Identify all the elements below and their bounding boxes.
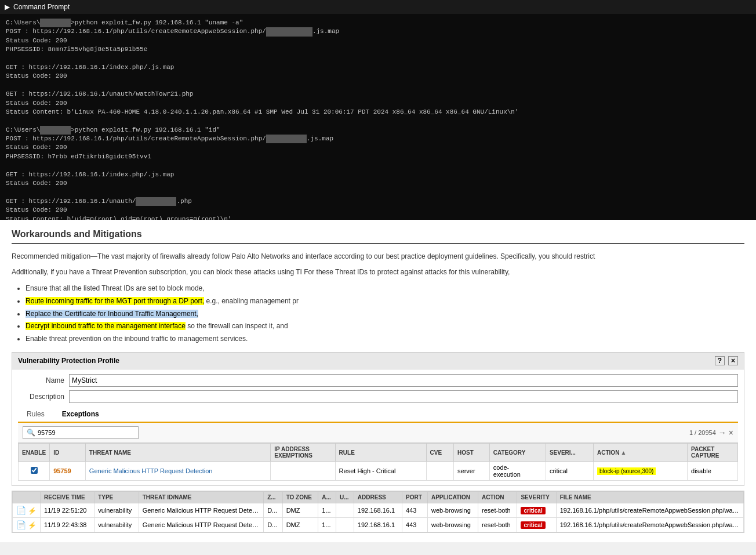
log-z-2: D... <box>264 518 282 532</box>
search-input-wrap[interactable]: 🔍 <box>23 426 139 439</box>
help-icon[interactable]: ? <box>715 356 725 365</box>
name-input[interactable] <box>69 374 738 387</box>
terminal-line-8: Status Code: 200 <box>6 99 750 108</box>
terminal-window: C:\Users\ >python exploit_fw.py 192.168.… <box>0 14 756 220</box>
logs-col-address: ADDRESS <box>354 492 402 503</box>
col-enable: ENABLE <box>19 444 50 462</box>
workarounds-para1: Recommended mitigation—The vast majority… <box>12 251 744 262</box>
vpp-panel: Vulnerability Protection Profile ? × Nam… <box>12 352 744 486</box>
workarounds-title: Workarounds and Mitigations <box>12 229 744 244</box>
log-view-icon-2[interactable]: 📄 <box>16 520 26 529</box>
col-rule: RULE <box>335 444 426 462</box>
logs-col-action: ACTION <box>478 492 517 503</box>
workarounds-bullets: Ensure that all the listed Threat IDs ar… <box>12 282 744 345</box>
log-view-icon-1[interactable]: 📄 <box>16 506 26 515</box>
description-input[interactable] <box>69 390 738 403</box>
terminal-line-2: POST : https://192.168.16.1/php/utils/cr… <box>6 27 750 36</box>
tab-exceptions[interactable]: Exceptions <box>53 407 108 423</box>
logs-col-type: TYPE <box>94 492 139 503</box>
log-severity-2: critical <box>517 518 556 532</box>
log-tozone-1: DMZ <box>282 503 318 518</box>
id-cell: 95759 <box>50 462 86 481</box>
log-detail-icon-2[interactable]: ⚡ <box>28 521 37 529</box>
category-cell: code-execution <box>489 462 546 481</box>
search-nav: 1 / 20954 → × <box>689 428 733 437</box>
search-forward-icon[interactable]: → <box>718 428 726 437</box>
log-icons-1: 📄 ⚡ <box>13 503 41 518</box>
vpp-tabs: Rules Exceptions <box>18 407 738 423</box>
log-time-2: 11/19 22:43:38 <box>41 518 94 532</box>
col-host: HOST <box>454 444 490 462</box>
logs-col-port: PORT <box>402 492 428 503</box>
log-filename-1: 192.168.16.1/php/utils/createRemoteAppwe… <box>556 503 743 518</box>
terminal-line-15: Status Code: 200 <box>6 179 750 188</box>
log-type-2: vulnerability <box>94 518 139 532</box>
search-input[interactable] <box>38 429 135 436</box>
log-threat-2: Generic Malicious HTTP Request Detection <box>139 518 263 532</box>
host-cell: server <box>454 462 490 481</box>
bullet-1: Ensure that all the listed Threat IDs ar… <box>26 282 744 295</box>
bullet-3: Replace the Certificate for Inbound Traf… <box>26 308 744 321</box>
log-icons-2: 📄 ⚡ <box>13 518 41 532</box>
cve-cell <box>426 462 454 481</box>
log-row-2[interactable]: 📄 ⚡ 11/19 22:43:38 vulnerability Generic… <box>13 518 744 532</box>
terminal-line-1: C:\Users\ >python exploit_fw.py 192.168.… <box>6 19 750 27</box>
log-action-1: reset-both <box>478 503 517 518</box>
logs-col-severity: SEVERITY <box>517 492 556 503</box>
log-tozone-2: DMZ <box>282 518 318 532</box>
description-field-row: Description <box>18 390 738 403</box>
enable-checkbox[interactable] <box>31 467 38 474</box>
terminal-line-3: Status Code: 200 <box>6 37 750 45</box>
rule-cell: Reset High - Critical <box>335 462 426 481</box>
col-severity: SEVERI... <box>546 444 593 462</box>
logs-panel: RECEIVE TIME TYPE THREAT ID/NAME Z... TO… <box>12 491 744 533</box>
col-cve: CVE <box>426 444 454 462</box>
name-label: Name <box>18 376 64 384</box>
terminal-line-5: GET : https://192.168.16.1/index.php/.js… <box>6 63 750 72</box>
bullet-4: Decrypt inbound traffic to the managemen… <box>26 320 744 333</box>
terminal-line-11: POST : https://192.168.16.1/php/utils/cr… <box>6 135 750 143</box>
critical-badge-1: critical <box>521 507 545 514</box>
log-row-1[interactable]: 📄 ⚡ 11/19 22:51:20 vulnerability Generic… <box>13 503 744 518</box>
col-category: CATEGORY <box>489 444 546 462</box>
log-application-2: web-browsing <box>427 518 478 532</box>
col-threat-name: THREAT NAME <box>85 444 270 462</box>
critical-badge-2: critical <box>521 521 545 529</box>
logs-col-icons <box>13 492 41 503</box>
bullet-5: Enable threat prevention on the inbound … <box>26 333 744 346</box>
terminal-line-6: Status Code: 200 <box>6 72 750 81</box>
terminal-line-12: Status Code: 200 <box>6 143 750 152</box>
workarounds-section: Workarounds and Mitigations Recommended … <box>12 229 744 345</box>
threat-name-cell[interactable]: Generic Malicious HTTP Request Detection <box>85 462 270 481</box>
col-action[interactable]: ACTION ▲ <box>594 444 688 462</box>
close-icon[interactable]: × <box>728 356 738 365</box>
logs-col-tozone: TO ZONE <box>282 492 318 503</box>
main-content: Workarounds and Mitigations Recommended … <box>0 220 756 542</box>
action-cell[interactable]: block-ip (source,300) <box>594 462 688 481</box>
vpp-body: Name Description Rules Exceptions 🔍 1 / … <box>12 369 744 485</box>
severity-cell: critical <box>546 462 593 481</box>
tab-rules[interactable]: Rules <box>18 407 53 422</box>
vpp-title: Vulnerability Protection Profile <box>18 357 119 365</box>
vpp-header-icons[interactable]: ? × <box>715 356 738 365</box>
search-count: 1 / 20954 <box>689 429 716 436</box>
log-detail-icon-1[interactable]: ⚡ <box>28 507 37 515</box>
bullet-2: Route incoming traffic for the MGT port … <box>26 295 744 308</box>
log-application-1: web-browsing <box>427 503 478 518</box>
terminal-icon: ▶ <box>5 3 10 11</box>
block-ip-badge[interactable]: block-ip (source,300) <box>597 467 656 475</box>
log-severity-1: critical <box>517 503 556 518</box>
search-icon: 🔍 <box>27 429 35 437</box>
search-clear-icon[interactable]: × <box>729 428 733 437</box>
ip-exemptions-cell <box>271 462 335 481</box>
log-z-1: D... <box>264 503 282 518</box>
enable-cell[interactable] <box>19 462 50 481</box>
log-address-2: 192.168.16.1 <box>354 518 402 532</box>
title-bar: ▶ Command Prompt <box>0 0 756 14</box>
logs-col-a: A... <box>318 492 336 503</box>
log-a-2: 1... <box>318 518 336 532</box>
logs-col-application: APPLICATION <box>427 492 478 503</box>
terminal-line-4: PHPSESSID: 8nmn7i55vhg8j8e5ta5p91b55e <box>6 45 750 54</box>
terminal-line-17: Status Code: 200 <box>6 206 750 215</box>
vpp-header: Vulnerability Protection Profile ? × <box>12 353 744 369</box>
